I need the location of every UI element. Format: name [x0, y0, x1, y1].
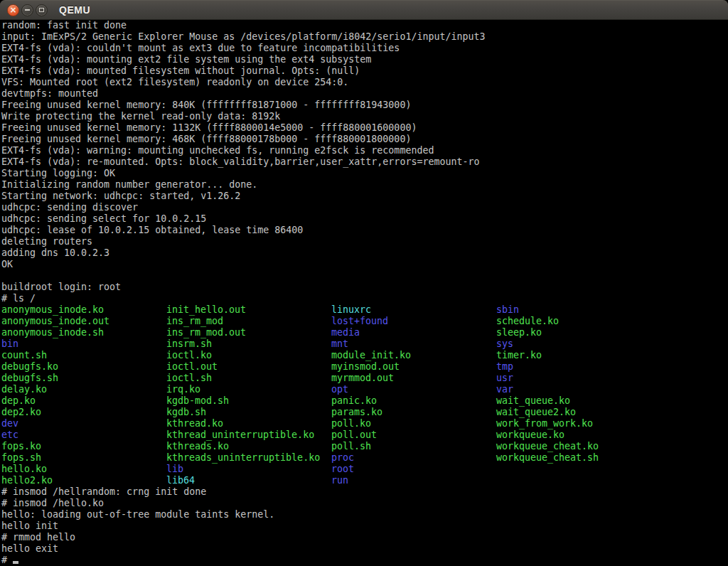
ls-row: bininsrm.shmntsys — [1, 338, 728, 350]
console-line: # ls / — [1, 293, 728, 304]
ls-entry: ioctl.out — [166, 361, 218, 373]
ls-entry: irq.ko — [166, 384, 200, 395]
console-line: Starting logging: OK — [1, 168, 728, 179]
ls-entry: workqueue_cheat.ko — [496, 441, 599, 452]
ls-row: dep.kokgdb-mod.shpanic.kowait_queue.ko — [1, 395, 728, 407]
ls-entry: proc — [331, 452, 354, 464]
console-line: EXT4-fs (vda): mounting ext2 file system… — [1, 54, 728, 65]
ls-entry: wait_queue2.ko — [496, 407, 576, 418]
console-line: EXT4-fs (vda): warning: mounting uncheck… — [1, 145, 728, 156]
ls-entry: kgdb.sh — [166, 407, 206, 418]
ls-row: delay.koirq.kooptvar — [1, 384, 728, 395]
shell-prompt: # — [1, 555, 13, 565]
shell-log: # insmod /hellrandom: crng init done# in… — [1, 486, 728, 555]
ls-entry: timer.ko — [496, 350, 542, 361]
console-line: input: ImExPS/2 Generic Explorer Mouse a… — [1, 31, 728, 43]
console-line: random: fast init done — [1, 20, 728, 31]
close-button[interactable]: × — [7, 4, 19, 16]
ls-output: anonymous_inode.koinit_hello.outlinuxrcs… — [1, 304, 728, 486]
ls-entry: work_from_work.ko — [496, 418, 593, 429]
console-line: VFS: Mounted root (ext2 filesystem) read… — [1, 77, 728, 88]
ls-entry: panic.ko — [331, 395, 377, 407]
ls-entry: kthread_uninterruptible.ko — [166, 429, 314, 441]
ls-entry: insrm.sh — [166, 338, 212, 350]
ls-entry: root — [331, 464, 354, 475]
ls-entry: count.sh — [1, 350, 47, 361]
ls-entry: bin — [1, 338, 18, 350]
close-icon: × — [9, 6, 16, 14]
ls-entry: wait_queue.ko — [496, 395, 570, 407]
ls-entry: ins_rm_mod — [166, 316, 223, 327]
ls-entry: kthread.ko — [166, 418, 223, 429]
ls-entry: ins_rm_mod.out — [166, 327, 246, 338]
ls-entry: run — [331, 475, 348, 486]
ls-entry: mnt — [331, 338, 348, 350]
console-line: Freeing unused kernel memory: 840K (ffff… — [1, 100, 728, 111]
console-line: udhcpc: sending select for 10.0.2.15 — [1, 213, 728, 225]
maximize-button[interactable] — [36, 4, 48, 16]
ls-row: count.shioctl.komodule_init.kotimer.ko — [1, 350, 728, 361]
ls-entry: etc — [1, 429, 18, 441]
console-line: devtmpfs: mounted — [1, 88, 728, 100]
qemu-window: × QEMU random: fast init doneinput: ImEx… — [0, 0, 728, 566]
ls-entry: workqueue.ko — [496, 429, 564, 441]
ls-row: devkthread.kopoll.kowork_from_work.ko — [1, 418, 728, 429]
text-cursor — [13, 561, 18, 564]
ls-entry: kthreads_uninterruptible.ko — [166, 452, 320, 464]
ls-row: etckthread_uninterruptible.kopoll.outwor… — [1, 429, 728, 441]
console-line: Freeing unused kernel memory: 1132K (fff… — [1, 122, 728, 134]
ls-row: hello2.kolib64run — [1, 475, 728, 486]
ls-entry: hello2.ko — [1, 475, 53, 486]
ls-entry: hello.ko — [1, 464, 47, 475]
ls-entry: sbin — [496, 304, 519, 316]
ls-row: hello.kolibroot — [1, 464, 728, 475]
console-line: udhcpc: lease of 10.0.2.15 obtained, lea… — [1, 225, 728, 236]
console-line: deleting routers — [1, 236, 728, 247]
console-line: Initializing random number generator... … — [1, 179, 728, 191]
prompt-line: # — [1, 555, 728, 566]
ls-entry: myrmmod.out — [331, 373, 394, 384]
window-title: QEMU — [59, 4, 90, 16]
ls-entry: ioctl.sh — [166, 373, 212, 384]
ls-row: anonymous_inode.shins_rm_mod.outmediasle… — [1, 327, 728, 338]
ls-entry: anonymous_inode.ko — [1, 304, 104, 316]
ls-entry: myinsmod.out — [331, 361, 400, 373]
ls-entry: debugfs.sh — [1, 373, 58, 384]
ls-entry: media — [331, 327, 360, 338]
console-line: EXT4-fs (vda): mounted filesystem withou… — [1, 65, 728, 77]
minimize-button[interactable] — [21, 4, 33, 16]
ls-entry: tmp — [496, 361, 513, 373]
window-titlebar[interactable]: × QEMU — [0, 0, 728, 20]
ls-row: debugfs.koioctl.outmyinsmod.outtmp — [1, 361, 728, 373]
terminal-screen[interactable]: random: fast init doneinput: ImExPS/2 Ge… — [0, 20, 728, 566]
ls-entry: lib64 — [166, 475, 195, 486]
console-line: EXT4-fs (vda): couldn't mount as ext3 du… — [1, 43, 728, 54]
console-line: buildroot login: root — [1, 282, 728, 293]
console-line: # insmod /hellrandom: crng init done — [1, 486, 728, 498]
ls-entry: params.ko — [331, 407, 382, 418]
minimize-icon — [25, 9, 30, 11]
ls-entry: poll.ko — [331, 418, 371, 429]
console-line: Freeing unused kernel memory: 468K (ffff… — [1, 134, 728, 145]
ls-entry: fops.sh — [1, 452, 41, 464]
ls-entry: module_init.ko — [331, 350, 411, 361]
ls-entry: debugfs.ko — [1, 361, 58, 373]
ls-entry: var — [496, 384, 513, 395]
ls-entry: kthreads.ko — [166, 441, 229, 452]
ls-entry: linuxrc — [331, 304, 371, 316]
console-line: udhcpc: sending discover — [1, 202, 728, 213]
ls-entry: dep.ko — [1, 395, 36, 407]
ls-entry: anonymous_inode.sh — [1, 327, 104, 338]
ls-entry: workqueue_cheat.sh — [496, 452, 599, 464]
ls-row: anonymous_inode.koinit_hello.outlinuxrcs… — [1, 304, 728, 316]
maximize-icon — [39, 8, 44, 12]
ls-entry: lost+found — [331, 316, 388, 327]
ls-entry: dev — [1, 418, 18, 429]
console-line: hello: loading out-of-tree module taints… — [1, 509, 728, 520]
ls-row: fops.kokthreads.kopoll.shworkqueue_cheat… — [1, 441, 728, 452]
ls-entry: sleep.ko — [496, 327, 542, 338]
ls-entry: ioctl.ko — [166, 350, 212, 361]
boot-log: random: fast init doneinput: ImExPS/2 Ge… — [1, 20, 728, 304]
ls-entry: schedule.ko — [496, 316, 559, 327]
ls-entry: anonymous_inode.out — [1, 316, 109, 327]
